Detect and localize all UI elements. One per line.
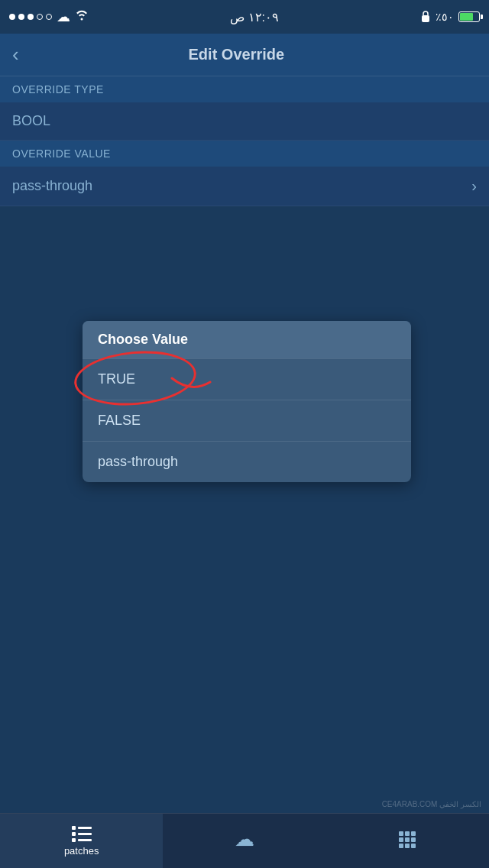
svg-rect-0	[422, 15, 429, 22]
lock-icon	[420, 10, 431, 24]
cloud-tab-icon: ☁	[235, 828, 254, 851]
choose-value-item-passthrough[interactable]: pass-through	[83, 441, 411, 482]
tab-cloud[interactable]: ☁	[163, 814, 325, 868]
list-icon	[72, 826, 92, 842]
override-type-value: BOOL	[12, 113, 50, 129]
back-button[interactable]: ‹	[12, 43, 19, 66]
override-value-header: Override Value	[0, 141, 489, 167]
dot-2	[18, 14, 24, 20]
dot-3	[28, 14, 34, 20]
tab-patches-label: patches	[64, 845, 99, 857]
dot-4	[37, 14, 43, 20]
choose-value-header: Choose Value	[83, 321, 411, 358]
choose-value-popup: Choose Value TRUE FALSE pass-through	[83, 321, 411, 482]
choose-value-true-label: TRUE	[98, 371, 135, 387]
tab-bar: patches ☁	[0, 813, 489, 868]
tab-grid[interactable]	[326, 814, 489, 868]
choose-value-passthrough-label: pass-through	[98, 454, 178, 469]
override-value-label: Override Value	[12, 147, 111, 160]
dot-5	[46, 14, 52, 20]
status-time: ١٢:٠٩ ص	[230, 10, 279, 24]
override-type-header: Override Type	[0, 76, 489, 102]
cloud-status-icon: ☁	[57, 8, 70, 25]
watermark: الكسر الخفي CE4ARAB.COM	[382, 800, 481, 808]
dot-1	[9, 14, 15, 20]
grid-tab-icon	[399, 831, 416, 848]
choose-value-title: Choose Value	[98, 332, 188, 347]
tab-patches[interactable]: patches	[0, 814, 163, 868]
status-bar: ☁ ١٢:٠٩ ص ٪٥٠	[0, 0, 489, 34]
nav-bar: ‹ Edit Override	[0, 34, 489, 76]
choose-value-item-false[interactable]: FALSE	[83, 400, 411, 441]
override-value-current: pass-through	[12, 178, 92, 194]
status-left: ☁	[9, 8, 89, 25]
override-type-label: Override Type	[12, 83, 104, 96]
choose-value-false-label: FALSE	[98, 413, 141, 428]
signal-dots	[9, 14, 52, 20]
wifi-icon	[75, 10, 89, 24]
status-right: ٪٥٠	[420, 10, 480, 24]
battery-indicator	[458, 11, 480, 22]
battery-percent: ٪٥٠	[436, 11, 454, 23]
chevron-right-icon: ›	[471, 177, 477, 195]
override-value-row[interactable]: pass-through ›	[0, 167, 489, 206]
choose-value-item-true[interactable]: TRUE	[83, 358, 411, 400]
page-title: Edit Override	[19, 46, 454, 63]
override-type-row: BOOL	[0, 102, 489, 141]
